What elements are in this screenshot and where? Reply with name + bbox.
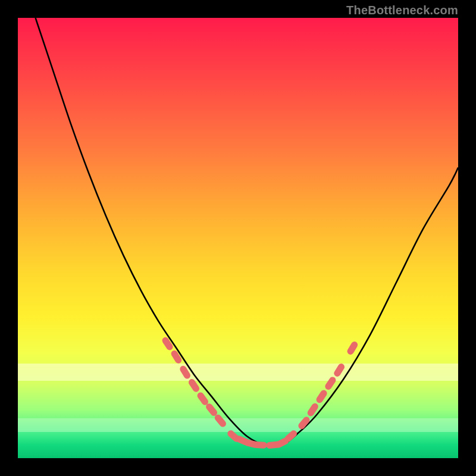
chart-frame: TheBottleneck.com xyxy=(0,0,476,476)
chart-svg xyxy=(18,18,458,458)
datapoint-marker xyxy=(324,375,337,391)
datapoint-marker xyxy=(346,340,359,356)
plot-area xyxy=(18,18,458,458)
datapoint-marker xyxy=(178,365,192,380)
datapoint-marker xyxy=(253,441,267,449)
watermark-text: TheBottleneck.com xyxy=(346,4,458,17)
bottleneck-curve xyxy=(36,18,458,446)
datapoint-marker xyxy=(161,336,174,352)
datapoint-marker xyxy=(306,402,320,418)
datapoint-marker xyxy=(333,362,346,378)
datapoint-markers xyxy=(161,336,359,449)
datapoint-marker xyxy=(170,349,183,365)
